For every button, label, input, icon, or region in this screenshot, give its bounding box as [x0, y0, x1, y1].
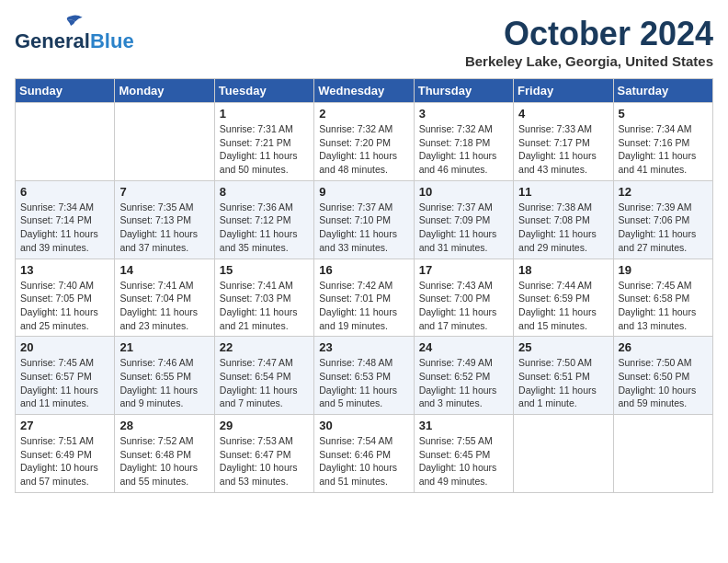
day-info: Sunrise: 7:47 AMSunset: 6:54 PMDaylight:… — [220, 356, 309, 410]
calendar-day-cell: 24Sunrise: 7:49 AMSunset: 6:52 PMDayligh… — [414, 337, 513, 415]
logo: General Blue — [15, 15, 134, 53]
weekday-header: Thursday — [414, 79, 513, 103]
calendar-week-row: 6Sunrise: 7:34 AMSunset: 7:14 PMDaylight… — [16, 180, 713, 259]
calendar-week-row: 27Sunrise: 7:51 AMSunset: 6:49 PMDayligh… — [16, 415, 713, 493]
day-number: 11 — [518, 185, 608, 199]
calendar-week-row: 13Sunrise: 7:40 AMSunset: 7:05 PMDayligh… — [16, 259, 713, 337]
day-number: 28 — [119, 419, 209, 432]
calendar-day-cell: 9Sunrise: 7:37 AMSunset: 7:10 PMDaylight… — [314, 180, 414, 259]
day-number: 15 — [220, 263, 309, 277]
calendar-day-cell: 1Sunrise: 7:31 AMSunset: 7:21 PMDaylight… — [214, 103, 313, 181]
calendar-day-cell: 30Sunrise: 7:54 AMSunset: 6:46 PMDayligh… — [314, 415, 414, 493]
day-info: Sunrise: 7:40 AMSunset: 7:05 PMDaylight:… — [20, 279, 109, 333]
day-info: Sunrise: 7:33 AMSunset: 7:17 PMDaylight:… — [518, 122, 608, 177]
day-info: Sunrise: 7:55 AMSunset: 6:45 PMDaylight:… — [419, 434, 508, 488]
calendar-day-cell: 15Sunrise: 7:41 AMSunset: 7:03 PMDayligh… — [214, 259, 313, 337]
calendar-day-cell: 25Sunrise: 7:50 AMSunset: 6:51 PMDayligh… — [514, 337, 613, 415]
day-number: 20 — [20, 340, 109, 354]
calendar-day-cell: 2Sunrise: 7:32 AMSunset: 7:20 PMDaylight… — [314, 103, 414, 181]
day-number: 25 — [518, 340, 608, 354]
calendar-day-cell: 8Sunrise: 7:36 AMSunset: 7:12 PMDaylight… — [214, 180, 313, 259]
calendar-day-cell: 31Sunrise: 7:55 AMSunset: 6:45 PMDayligh… — [414, 415, 513, 493]
day-info: Sunrise: 7:49 AMSunset: 6:52 PMDaylight:… — [419, 356, 508, 410]
weekday-header: Monday — [115, 79, 214, 103]
day-info: Sunrise: 7:32 AMSunset: 7:20 PMDaylight:… — [319, 122, 408, 177]
calendar-week-row: 20Sunrise: 7:45 AMSunset: 6:57 PMDayligh… — [16, 337, 713, 415]
day-number: 24 — [419, 340, 508, 354]
calendar-day-cell: 14Sunrise: 7:41 AMSunset: 7:04 PMDayligh… — [115, 259, 214, 337]
weekday-header: Tuesday — [214, 79, 313, 103]
day-number: 13 — [20, 263, 109, 277]
day-number: 16 — [319, 263, 408, 277]
day-number: 23 — [319, 340, 408, 354]
day-number: 19 — [619, 263, 708, 277]
day-info: Sunrise: 7:37 AMSunset: 7:09 PMDaylight:… — [419, 201, 508, 255]
calendar-header-row: SundayMondayTuesdayWednesdayThursdayFrid… — [16, 79, 713, 103]
page-header: General Blue October 2024 Berkeley Lake,… — [15, 15, 713, 69]
calendar-day-cell: 11Sunrise: 7:38 AMSunset: 7:08 PMDayligh… — [514, 180, 613, 259]
calendar-day-cell: 4Sunrise: 7:33 AMSunset: 7:17 PMDaylight… — [514, 103, 613, 181]
day-info: Sunrise: 7:32 AMSunset: 7:18 PMDaylight:… — [419, 122, 508, 177]
day-info: Sunrise: 7:34 AMSunset: 7:16 PMDaylight:… — [619, 122, 708, 177]
calendar-day-cell: 23Sunrise: 7:48 AMSunset: 6:53 PMDayligh… — [314, 337, 414, 415]
calendar-day-cell — [514, 415, 613, 493]
calendar-day-cell: 5Sunrise: 7:34 AMSunset: 7:16 PMDaylight… — [613, 103, 712, 181]
weekday-header: Saturday — [613, 79, 712, 103]
title-block: October 2024 Berkeley Lake, Georgia, Uni… — [465, 15, 713, 69]
day-number: 17 — [419, 263, 508, 277]
weekday-header: Friday — [514, 79, 613, 103]
calendar-day-cell — [115, 103, 214, 181]
day-info: Sunrise: 7:45 AMSunset: 6:57 PMDaylight:… — [20, 356, 109, 410]
calendar-day-cell: 28Sunrise: 7:52 AMSunset: 6:48 PMDayligh… — [115, 415, 214, 493]
day-number: 30 — [319, 419, 408, 432]
day-number: 8 — [220, 185, 309, 199]
calendar-day-cell: 13Sunrise: 7:40 AMSunset: 7:05 PMDayligh… — [16, 259, 115, 337]
day-number: 6 — [20, 185, 109, 199]
day-number: 3 — [419, 107, 508, 121]
day-number: 14 — [119, 263, 209, 277]
day-info: Sunrise: 7:53 AMSunset: 6:47 PMDaylight:… — [220, 434, 309, 488]
calendar-title: October 2024 — [465, 15, 713, 53]
calendar-day-cell: 6Sunrise: 7:34 AMSunset: 7:14 PMDaylight… — [16, 180, 115, 259]
calendar-day-cell: 3Sunrise: 7:32 AMSunset: 7:18 PMDaylight… — [414, 103, 513, 181]
day-number: 12 — [619, 185, 708, 199]
day-number: 5 — [619, 107, 708, 121]
logo-general: General — [15, 29, 90, 53]
day-number: 1 — [220, 107, 309, 121]
calendar-day-cell: 27Sunrise: 7:51 AMSunset: 6:49 PMDayligh… — [16, 415, 115, 493]
day-info: Sunrise: 7:43 AMSunset: 7:00 PMDaylight:… — [419, 279, 508, 333]
day-info: Sunrise: 7:41 AMSunset: 7:04 PMDaylight:… — [119, 279, 209, 333]
calendar-day-cell: 29Sunrise: 7:53 AMSunset: 6:47 PMDayligh… — [214, 415, 313, 493]
day-info: Sunrise: 7:39 AMSunset: 7:06 PMDaylight:… — [619, 201, 708, 255]
day-info: Sunrise: 7:42 AMSunset: 7:01 PMDaylight:… — [319, 279, 408, 333]
day-info: Sunrise: 7:45 AMSunset: 6:58 PMDaylight:… — [619, 279, 708, 333]
day-number: 7 — [119, 185, 209, 199]
day-info: Sunrise: 7:44 AMSunset: 6:59 PMDaylight:… — [518, 279, 608, 333]
day-info: Sunrise: 7:52 AMSunset: 6:48 PMDaylight:… — [119, 434, 209, 488]
day-info: Sunrise: 7:38 AMSunset: 7:08 PMDaylight:… — [518, 201, 608, 255]
day-info: Sunrise: 7:31 AMSunset: 7:21 PMDaylight:… — [220, 122, 309, 177]
day-info: Sunrise: 7:50 AMSunset: 6:50 PMDaylight:… — [619, 356, 708, 410]
calendar-day-cell: 16Sunrise: 7:42 AMSunset: 7:01 PMDayligh… — [314, 259, 414, 337]
weekday-header: Sunday — [16, 79, 115, 103]
day-info: Sunrise: 7:36 AMSunset: 7:12 PMDaylight:… — [220, 201, 309, 255]
day-info: Sunrise: 7:51 AMSunset: 6:49 PMDaylight:… — [20, 434, 109, 488]
calendar-day-cell: 19Sunrise: 7:45 AMSunset: 6:58 PMDayligh… — [613, 259, 712, 337]
calendar-day-cell: 7Sunrise: 7:35 AMSunset: 7:13 PMDaylight… — [115, 180, 214, 259]
calendar-day-cell: 10Sunrise: 7:37 AMSunset: 7:09 PMDayligh… — [414, 180, 513, 259]
calendar-day-cell: 18Sunrise: 7:44 AMSunset: 6:59 PMDayligh… — [514, 259, 613, 337]
day-number: 21 — [119, 340, 209, 354]
calendar-table: SundayMondayTuesdayWednesdayThursdayFrid… — [15, 78, 713, 493]
day-info: Sunrise: 7:35 AMSunset: 7:13 PMDaylight:… — [119, 201, 209, 255]
day-info: Sunrise: 7:34 AMSunset: 7:14 PMDaylight:… — [20, 201, 109, 255]
calendar-week-row: 1Sunrise: 7:31 AMSunset: 7:21 PMDaylight… — [16, 103, 713, 181]
day-info: Sunrise: 7:48 AMSunset: 6:53 PMDaylight:… — [319, 356, 408, 410]
calendar-day-cell: 26Sunrise: 7:50 AMSunset: 6:50 PMDayligh… — [613, 337, 712, 415]
logo-icon — [59, 11, 85, 29]
calendar-day-cell — [613, 415, 712, 493]
calendar-day-cell: 20Sunrise: 7:45 AMSunset: 6:57 PMDayligh… — [16, 337, 115, 415]
day-info: Sunrise: 7:54 AMSunset: 6:46 PMDaylight:… — [319, 434, 408, 488]
calendar-day-cell: 17Sunrise: 7:43 AMSunset: 7:00 PMDayligh… — [414, 259, 513, 337]
day-number: 2 — [319, 107, 408, 121]
day-info: Sunrise: 7:41 AMSunset: 7:03 PMDaylight:… — [220, 279, 309, 333]
